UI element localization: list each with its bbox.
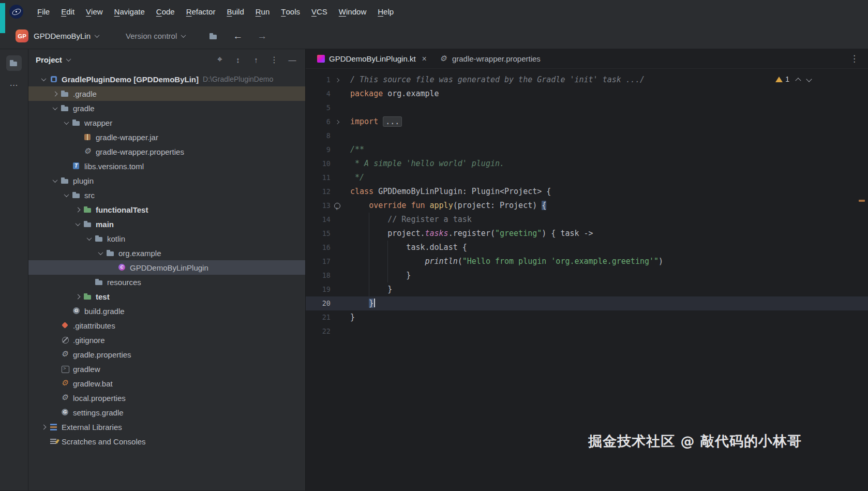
tree-chevron-down-icon[interactable] <box>52 105 57 110</box>
code-line-13[interactable]: 13 override fun apply(project: Project) … <box>306 199 868 213</box>
code-line-1[interactable]: 1/ This source file was generated by the… <box>306 73 868 87</box>
tree-item-scratches-and-consoles[interactable]: Scratches and Consoles <box>28 434 305 449</box>
open-folder-icon[interactable] <box>209 32 218 40</box>
tree-item--gitattributes[interactable]: .gitattributes <box>28 318 305 333</box>
menu-edit[interactable]: Edit <box>55 0 80 23</box>
menu-file[interactable]: File <box>32 0 55 23</box>
tree-item-kotlin[interactable]: kotlin <box>28 231 305 246</box>
tree-item--gradle[interactable]: .gradle <box>28 86 305 101</box>
tree-item-gradle-properties[interactable]: gradle.properties <box>28 347 305 362</box>
code-line-21[interactable]: 21} <box>306 310 868 324</box>
menu-view[interactable]: View <box>80 0 109 23</box>
tree-item--gitignore[interactable]: .gitignore <box>28 333 305 347</box>
close-tab-icon[interactable]: × <box>422 55 427 63</box>
tree-chevron-down-icon[interactable] <box>41 76 46 81</box>
tree-item-build-gradle[interactable]: build.gradle <box>28 304 305 318</box>
tree-chevron-down-icon[interactable] <box>98 250 103 255</box>
code-line-11[interactable]: 11 */ <box>306 171 868 185</box>
code-line-12[interactable]: 12class GPDDemoByLinPlugin: Plugin<Proje… <box>306 185 868 199</box>
code-line-4[interactable]: 4package org.example <box>306 87 868 101</box>
tree-item-libs-versions-toml[interactable]: libs.versions.toml <box>28 159 305 173</box>
project-panel-title[interactable]: Project <box>36 55 62 64</box>
project-name[interactable]: GPDDemoByLin <box>34 32 91 40</box>
tree-chevron-down-icon[interactable] <box>64 192 69 197</box>
code-line-6[interactable]: 6import ... <box>306 115 868 129</box>
tree-item-local-properties[interactable]: local.properties <box>28 391 305 405</box>
fold-chevron-icon[interactable] <box>335 120 339 124</box>
tree-item-gradlew-bat[interactable]: gradlew.bat <box>28 376 305 391</box>
tree-chevron-down-icon[interactable] <box>75 221 80 226</box>
tree-chevron-right-icon[interactable] <box>75 207 80 212</box>
tree-item-gradleplugindemo-gpddemobylin-[interactable]: GradlePluginDemo [GPDDemoByLin]D:\Gradle… <box>28 72 305 86</box>
hide-icon[interactable] <box>288 55 297 64</box>
folder-icon <box>61 176 70 185</box>
collapse-all-icon[interactable] <box>251 55 261 64</box>
menu-run[interactable]: Run <box>250 0 276 23</box>
back-button[interactable]: ← <box>233 31 243 42</box>
project-tool-window-button[interactable] <box>6 55 22 71</box>
tree-chevron-down-icon[interactable] <box>64 120 69 125</box>
project-chevron-down-icon[interactable] <box>95 33 100 38</box>
tree-chevron-down-icon[interactable] <box>86 235 92 241</box>
code-line-14[interactable]: 14 // Register a task <box>306 213 868 227</box>
locate-icon[interactable] <box>215 54 225 65</box>
code-line-17[interactable]: 17 println("Hello from plugin 'org.examp… <box>306 255 868 269</box>
code-line-15[interactable]: 15 project.tasks.register("greeting") { … <box>306 227 868 241</box>
tree-item-label: test <box>96 292 110 301</box>
version-control-widget[interactable]: Version control <box>126 32 177 40</box>
tree-item-functionaltest[interactable]: functionalTest <box>28 202 305 217</box>
tree-item-gradle-wrapper-properties[interactable]: gradle-wrapper.properties <box>28 144 305 159</box>
tree-item-main[interactable]: main <box>28 217 305 231</box>
code-line-10[interactable]: 10 * A simple 'hello world' plugin. <box>306 157 868 171</box>
tree-item-gpddemobylinplugin[interactable]: GPDDemoByLinPlugin <box>28 260 305 275</box>
code-editor[interactable]: 1/ This source file was generated by the… <box>306 69 868 490</box>
tree-item-test[interactable]: test <box>28 289 305 304</box>
menu-code[interactable]: Code <box>151 0 181 23</box>
code-line-20[interactable]: 20 } <box>306 296 868 310</box>
menu-window[interactable]: Window <box>333 0 372 23</box>
more-tool-windows-button[interactable]: ⋯ <box>10 80 19 90</box>
tree-chevron-down-icon[interactable] <box>52 177 57 183</box>
tree-item-gradle[interactable]: gradle <box>28 101 305 115</box>
tree-item-label: local.properties <box>73 394 126 403</box>
expand-all-icon[interactable] <box>233 55 243 64</box>
code-line-18[interactable]: 18 } <box>306 269 868 282</box>
code-text: // Register a task <box>344 213 472 227</box>
tree-item-gradlew[interactable]: gradlew <box>28 362 305 376</box>
tree-item-external-libraries[interactable]: External Libraries <box>28 420 305 434</box>
tree-chevron-right-icon[interactable] <box>41 424 46 429</box>
menu-build[interactable]: Build <box>221 0 249 23</box>
editor-tab-gpddemobylinplugin-kt[interactable]: GPDDemoByLinPlugin.kt× <box>311 49 433 68</box>
menu-refactor[interactable]: Refactor <box>181 0 221 23</box>
override-marker-icon[interactable] <box>334 203 340 209</box>
tree-chevron-right-icon[interactable] <box>75 294 80 299</box>
menu-navigate[interactable]: Navigate <box>109 0 151 23</box>
menu-vcs[interactable]: VCS <box>306 0 333 23</box>
menu-tools[interactable]: Tools <box>275 0 306 23</box>
fold-chevron-icon[interactable] <box>335 78 339 82</box>
project-panel-chevron-down-icon[interactable] <box>66 56 71 62</box>
code-line-22[interactable]: 22 <box>306 324 868 338</box>
warning-scrollbar-marker[interactable] <box>859 200 865 202</box>
menu-help[interactable]: Help <box>372 0 399 23</box>
tree-item-resources[interactable]: resources <box>28 275 305 289</box>
tree-item-gradle-wrapper-jar[interactable]: gradle-wrapper.jar <box>28 130 305 144</box>
code-line-9[interactable]: 9/** <box>306 143 868 157</box>
tab-options-kebab-icon[interactable]: ⋮ <box>850 53 868 64</box>
more-options-icon[interactable] <box>270 55 279 65</box>
tree-item-org-example[interactable]: org.example <box>28 246 305 260</box>
tree-item-src[interactable]: src <box>28 188 305 202</box>
tree-item-plugin[interactable]: plugin <box>28 173 305 188</box>
tree-item-wrapper[interactable]: wrapper <box>28 115 305 130</box>
line-number: 4 <box>310 87 331 101</box>
version-control-chevron-down-icon[interactable] <box>181 33 186 38</box>
forward-button[interactable]: → <box>257 31 267 42</box>
editor-tab-gradle-wrapper-properties[interactable]: gradle-wrapper.properties <box>433 49 547 68</box>
tree-item-settings-gradle[interactable]: settings.gradle <box>28 405 305 420</box>
project-badge[interactable]: GP <box>16 29 28 42</box>
code-line-16[interactable]: 16 task.doLast { <box>306 241 868 255</box>
tree-chevron-right-icon[interactable] <box>52 91 57 96</box>
code-line-8[interactable]: 8 <box>306 129 868 143</box>
code-line-19[interactable]: 19 } <box>306 282 868 296</box>
code-line-5[interactable]: 5 <box>306 101 868 115</box>
